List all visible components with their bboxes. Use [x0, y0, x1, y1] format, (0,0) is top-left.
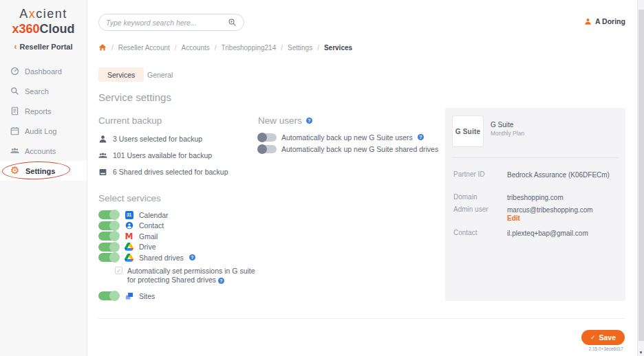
breadcrumb-separator: /: [215, 44, 217, 52]
search-input[interactable]: [106, 19, 228, 27]
dashboard-icon: [10, 67, 19, 76]
google-contacts-icon: [125, 221, 133, 230]
toggle-knob: [109, 231, 120, 241]
toggle-knob: [257, 144, 267, 154]
brand-x360cloud: x360Cloud: [0, 22, 87, 36]
permissions-checkbox[interactable]: ✓: [115, 267, 122, 274]
breadcrumb-accounts[interactable]: Accounts: [182, 44, 210, 52]
toggle-knob: [109, 291, 120, 301]
keyword-search: [98, 14, 244, 31]
toggle-label: Automatically back up new G Suite shared…: [281, 145, 438, 153]
service-row-sites: Sites: [98, 291, 155, 301]
reseller-portal-label: Reseller Portal: [19, 43, 72, 51]
reseller-portal-link[interactable]: ‹Reseller Portal: [0, 42, 87, 52]
sidebar-item-audit-log[interactable]: Audit Log: [0, 121, 87, 141]
audit-log-icon: [10, 126, 19, 135]
app-window: Axcient x360Cloud ‹Reseller Portal Dashb…: [0, 0, 644, 356]
users-group-icon: [98, 151, 107, 160]
toggle-shared-drives[interactable]: [98, 253, 119, 262]
gsuite-plan-panel: G Suite G Suite Monthly Plan Partner ID …: [445, 108, 625, 301]
new-users-title: New users: [258, 115, 302, 126]
sidebar-item-search[interactable]: Search: [0, 81, 87, 101]
toggle-knob: [109, 210, 120, 220]
edit-admin-user-link[interactable]: Edit: [507, 214, 520, 222]
brand-axcient: Axcient: [0, 7, 87, 21]
search-icon: [10, 87, 19, 96]
toggle-gmail[interactable]: [98, 232, 119, 241]
service-row-shared-drives: Shared drives ?: [98, 252, 195, 263]
sidebar-item-reports[interactable]: Reports: [0, 101, 87, 121]
home-icon[interactable]: [98, 43, 107, 52]
stat-text: 3 Users selected for backup: [113, 135, 202, 143]
scrollbar-down-arrow-icon[interactable]: ▼: [638, 351, 644, 355]
field-label: Partner ID: [453, 170, 485, 178]
info-icon[interactable]: ?: [189, 254, 195, 260]
toggle-calendar[interactable]: [98, 210, 119, 219]
field-value: il.plexteq+bap@gmail.com: [507, 229, 619, 238]
user-name: A Doring: [595, 17, 625, 25]
google-drive-icon: [125, 243, 133, 252]
service-row-gmail: M Gmail: [98, 231, 195, 241]
sidebar-item-label: Settings: [25, 167, 55, 175]
settings-gear-icon: ⚙: [10, 166, 20, 175]
sidebar-item-label: Reports: [25, 107, 52, 115]
brand-axcient-x: x: [29, 7, 36, 21]
brand-axcient-post: cient: [36, 7, 67, 21]
plan-name: G Suite: [491, 121, 513, 129]
breadcrumb-separator: /: [281, 44, 283, 52]
select-services-list: 31 Calendar Contact M Gmail Drive Shared…: [98, 210, 195, 263]
sidebar-item-label: Audit Log: [25, 127, 56, 135]
calendar-day-number: 31: [125, 211, 133, 219]
brand-cloud: Cloud: [40, 22, 75, 36]
breadcrumb-reseller-account[interactable]: Reseller Account: [118, 44, 170, 52]
check-icon: ✓: [590, 334, 596, 341]
panel-divider: [452, 157, 619, 158]
permissions-checkbox-label: Automatically set permissions in G suite…: [127, 267, 255, 284]
sidebar-nav: Dashboard Search Reports Audit Log Accou…: [0, 61, 87, 181]
plan-subtitle: Monthly Plan: [491, 130, 524, 137]
breadcrumb-settings[interactable]: Settings: [288, 44, 312, 52]
select-services-title: Select services: [98, 193, 161, 203]
info-icon[interactable]: ?: [306, 118, 312, 124]
toggle-knob: [257, 133, 267, 142]
service-label: Drive: [139, 243, 156, 251]
stat-text: 6 Shared drives selected for backup: [113, 168, 228, 176]
scrollbar-thumb[interactable]: [638, 10, 644, 341]
toggle-knob: [109, 221, 120, 231]
sidebar-item-settings[interactable]: ⚙ Settings: [0, 161, 87, 181]
toggle-drive[interactable]: [98, 243, 119, 252]
user-menu[interactable]: A Doring: [584, 17, 625, 25]
checkbox-label-line2-row: for protecting Shared drives ?: [127, 276, 255, 285]
tab-services[interactable]: Services: [98, 67, 144, 82]
vertical-scrollbar[interactable]: ▼: [637, 0, 644, 356]
service-row-calendar: 31 Calendar: [98, 210, 195, 220]
google-sites-icon: [125, 291, 133, 300]
shared-drive-icon: [98, 168, 107, 177]
gsuite-logo-badge: G Suite: [452, 115, 484, 147]
tab-general[interactable]: General: [138, 67, 182, 82]
toggle-sites[interactable]: [98, 291, 119, 300]
toggle-row-backup-new-shared-drives: Automatically back up new G Suite shared…: [258, 143, 438, 155]
sidebar-item-accounts[interactable]: Accounts: [0, 141, 87, 161]
sidebar: Axcient x360Cloud ‹Reseller Portal Dashb…: [0, 0, 87, 356]
toggle-backup-new-users[interactable]: [258, 133, 277, 142]
info-icon[interactable]: ?: [418, 134, 424, 140]
save-button[interactable]: ✓ Save: [581, 330, 625, 345]
toggle-knob: [109, 242, 120, 252]
gmail-icon: M: [125, 232, 133, 241]
toggle-knob: [109, 252, 120, 263]
toggle-row-backup-new-users: Automatically back up new G Suite users …: [258, 131, 438, 143]
search-submit-icon[interactable]: [228, 18, 237, 27]
backup-stat-users-selected: 3 Users selected for backup: [98, 131, 228, 147]
app-version: 2.15.0+3ece6d17: [589, 346, 623, 351]
tab-general-label: General: [147, 71, 173, 79]
info-icon[interactable]: ?: [218, 278, 224, 284]
toggle-contact[interactable]: [98, 221, 119, 230]
service-row-contact: Contact: [98, 221, 195, 231]
stat-text: 101 Users available for backup: [113, 151, 212, 159]
breadcrumb-separator: /: [317, 44, 319, 52]
field-label: Admin user: [453, 205, 489, 213]
toggle-backup-new-shared-drives[interactable]: [258, 145, 277, 153]
breadcrumb-tribeshopping214[interactable]: Tribeshopping214: [222, 44, 277, 52]
sidebar-item-dashboard[interactable]: Dashboard: [0, 61, 87, 81]
